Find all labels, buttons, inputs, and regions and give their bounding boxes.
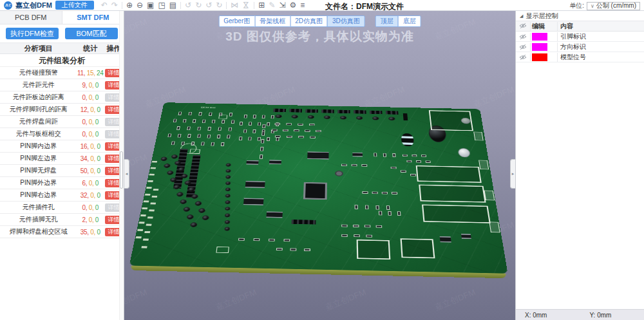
layer-color-swatch[interactable] <box>532 43 547 51</box>
board-component-smd-v <box>383 153 386 157</box>
column-header-stats: 统计 <box>77 44 104 53</box>
analysis-item-stats: 32, 0, 0 <box>77 192 104 199</box>
board-component-smd-h <box>298 136 304 138</box>
analysis-item-stats: 0, 0, 0 <box>77 131 104 138</box>
chevron-down-icon: ∨ <box>591 3 594 9</box>
bom-match-button[interactable]: BOM匹配 <box>65 28 118 39</box>
board-component-qfp <box>303 182 327 200</box>
box-zoom-icon[interactable]: ▣ <box>147 1 154 9</box>
flip-horizontal-icon: ⋈ <box>231 1 238 9</box>
stat-value: 0, <box>90 229 97 236</box>
board-component-smd-v <box>258 137 261 141</box>
layer-edit-cell <box>530 33 557 41</box>
fit-view-icon[interactable]: ◳ <box>158 1 165 9</box>
layer-color-swatch[interactable] <box>532 53 547 61</box>
board-component-smd-v <box>212 120 215 123</box>
board-component-conn-blk <box>305 109 318 113</box>
analysis-item-name: PIN脚左边界 <box>0 154 77 163</box>
unit-label: 单位: <box>569 1 584 10</box>
viewport-3d[interactable]: 嘉立创DFM嘉立创DFM嘉立创DFM嘉立创DFM嘉立创DFM嘉立创DFM嘉立创D… <box>124 11 515 320</box>
board-component-smd-h <box>391 167 397 169</box>
tab-pcb-dfm[interactable]: PCB DFM <box>0 11 62 24</box>
board-component-cap-s <box>225 200 231 204</box>
run-dfm-check-button[interactable]: 执行DFM检查 <box>6 28 59 39</box>
stat-value: 0, <box>90 167 97 174</box>
analysis-item-name: 元件插件孔 <box>0 203 77 212</box>
board-component-pad <box>149 209 155 211</box>
view-mode-tabs: Gerber图骨架线框2D仿真图3D仿真图 顶层底层 <box>218 15 421 27</box>
board-component-ic <box>307 151 328 159</box>
eye-off-icon[interactable] <box>519 33 527 40</box>
board-component-smd-h <box>392 192 397 194</box>
layer-tab-底层[interactable]: 底层 <box>398 15 421 27</box>
rotate-right-icon: ↻ <box>195 1 202 9</box>
view-tab-2D仿真图[interactable]: 2D仿真图 <box>290 15 328 27</box>
board-component-conn-blk <box>273 108 286 112</box>
export-icon[interactable]: ⇲ <box>279 1 285 9</box>
zoom-in-icon[interactable]: ⊕ <box>126 1 133 9</box>
app-window: JLC 嘉立创DFM 上传文件 ↶↷⊕⊖▣◳▤↺↻↺↻⋈⋈⊞✎⇲⚙≡ 文件名：D… <box>0 0 644 320</box>
locate-icon[interactable]: ⊞ <box>258 1 265 9</box>
analysis-item-name: 元件距板边的距离 <box>0 93 77 102</box>
view-tab-骨架线框[interactable]: 骨架线框 <box>254 15 290 27</box>
layer-content-cell: 引脚标识 <box>557 32 644 41</box>
top-bar: JLC 嘉立创DFM 上传文件 ↶↷⊕⊖▣◳▤↺↻↺↻⋈⋈⊞✎⇲⚙≡ 文件名：D… <box>0 0 644 11</box>
board-component-conn-s <box>473 132 483 141</box>
stat-value: 11, <box>77 70 87 77</box>
sidebar-collapse-handle[interactable]: ◂ <box>124 159 129 189</box>
board-component-smd-v <box>262 115 265 118</box>
board-component-smd-h <box>410 174 416 176</box>
board-component-pad <box>153 189 159 191</box>
board-component-conn-s <box>489 221 500 232</box>
stat-value: 0, <box>90 106 97 113</box>
unit-select[interactable]: ∨ 公制 (cm/mm) <box>587 2 640 10</box>
layer-label: 模型位号 <box>560 53 644 62</box>
rpanel-collapse-handle[interactable]: ▸ <box>510 159 515 189</box>
board-component-pad <box>144 231 150 233</box>
board-component-silk-box <box>218 115 227 118</box>
board-component-conn-blk <box>321 109 334 113</box>
tab-smt-dfm[interactable]: SMT DFM <box>62 11 124 24</box>
redo-icon: ↷ <box>111 1 118 9</box>
board-component-smd-h <box>341 225 347 227</box>
layer-row: 模型位号 <box>516 52 644 62</box>
sidebar-scrollbar-thumb[interactable] <box>120 151 123 189</box>
report-icon[interactable]: ≡ <box>300 1 305 9</box>
layer-tab-顶层[interactable]: 顶层 <box>375 15 399 27</box>
board-component-pad <box>144 200 149 202</box>
analysis-item-name: 元件焊盘间距 <box>0 117 77 126</box>
board-component-smd-h <box>406 160 412 162</box>
pcb-board: DFM test <box>129 102 508 274</box>
unit-value: 公制 (cm/mm) <box>596 1 636 10</box>
zoom-out-icon[interactable]: ⊖ <box>137 1 143 9</box>
view-tab-3D仿真图[interactable]: 3D仿真图 <box>327 15 365 27</box>
watermark-text: 嘉立创DFM <box>433 16 477 43</box>
board-component-conn-blk <box>337 110 350 114</box>
analysis-item-stats: 2, 0, 0 <box>77 216 104 223</box>
layer-panel-title-row[interactable]: ◢ 显示层控制 <box>516 11 644 21</box>
board-component-cap-s <box>388 117 395 121</box>
board-component-smd-h <box>352 164 357 166</box>
board-component-smd-h <box>376 225 383 228</box>
board-component-cap-s <box>187 214 194 220</box>
board-component-smd-h <box>362 191 368 194</box>
board-component-smd-h <box>304 249 310 251</box>
upload-file-button[interactable]: 上传文件 <box>55 1 94 10</box>
board-component-smd-v <box>379 211 382 216</box>
settings-icon[interactable]: ⚙ <box>290 1 297 9</box>
stat-value: 0, <box>89 82 95 89</box>
eye-off-icon[interactable] <box>519 44 527 50</box>
stat-value: 0, <box>90 192 97 199</box>
analysis-table-header: 分析项目 统计 操作 <box>0 42 124 54</box>
stat-value: 0, <box>82 131 88 138</box>
sidebar-buttons: 执行DFM检查 BOM匹配 <box>0 24 124 42</box>
eye-off-icon[interactable] <box>519 54 527 61</box>
layer-color-swatch[interactable] <box>532 33 547 41</box>
board-component-smd-v <box>171 141 175 145</box>
view-tab-Gerber图[interactable]: Gerber图 <box>218 15 255 27</box>
toolbar-separator <box>180 2 181 9</box>
toolbar: ↶↷⊕⊖▣◳▤↺↻↺↻⋈⋈⊞✎⇲⚙≡ <box>101 1 305 9</box>
board-component-cap-s <box>190 222 198 227</box>
print-icon[interactable]: ▤ <box>169 1 176 9</box>
stat-value: 16, <box>80 143 90 150</box>
